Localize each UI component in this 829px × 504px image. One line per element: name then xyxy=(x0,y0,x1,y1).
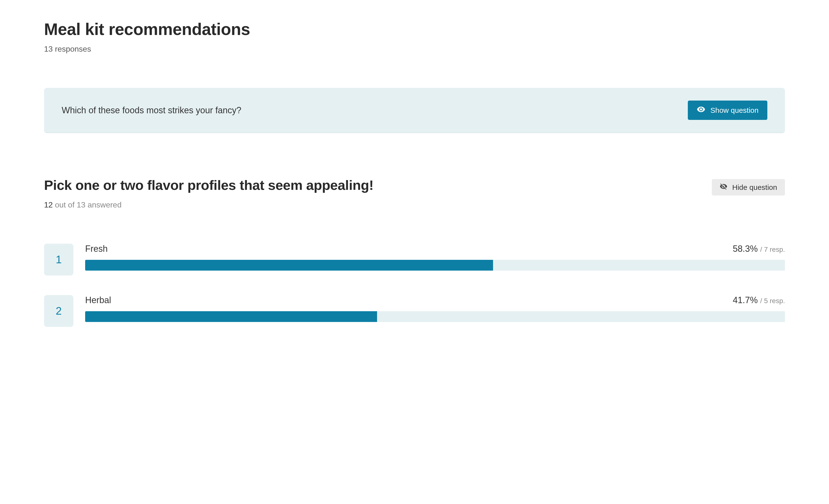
result-percent: 41.7% xyxy=(733,295,758,305)
question-header-row: Pick one or two flavor profiles that see… xyxy=(44,177,785,195)
hide-question-button[interactable]: Hide question xyxy=(712,179,785,195)
response-count: 13 responses xyxy=(44,44,785,53)
bar-fill xyxy=(85,311,377,322)
result-resp-count: / 7 resp. xyxy=(760,246,785,253)
result-content: Fresh 58.3% / 7 resp. xyxy=(85,244,785,271)
show-question-label: Show question xyxy=(710,106,759,114)
rank-badge: 1 xyxy=(44,244,73,276)
result-header: Fresh 58.3% / 7 resp. xyxy=(85,244,785,254)
results-list: 1 Fresh 58.3% / 7 resp. 2 Herbal 41.7% /… xyxy=(44,244,785,327)
rank-badge: 2 xyxy=(44,295,73,327)
bar-fill xyxy=(85,260,493,271)
bar-track xyxy=(85,260,785,271)
result-stats: 58.3% / 7 resp. xyxy=(733,244,785,254)
result-content: Herbal 41.7% / 5 resp. xyxy=(85,295,785,322)
result-resp-count: / 5 resp. xyxy=(760,297,785,305)
result-label: Fresh xyxy=(85,244,108,254)
result-row: 2 Herbal 41.7% / 5 resp. xyxy=(44,295,785,327)
eye-icon xyxy=(697,105,706,115)
show-question-button[interactable]: Show question xyxy=(688,101,767,120)
answered-summary: 12 out of 13 answered xyxy=(44,201,785,209)
result-header: Herbal 41.7% / 5 resp. xyxy=(85,295,785,305)
result-stats: 41.7% / 5 resp. xyxy=(733,295,785,305)
result-percent: 58.3% xyxy=(733,244,758,254)
hidden-question-card: Which of these foods most strikes your f… xyxy=(44,88,785,133)
question-title: Pick one or two flavor profiles that see… xyxy=(44,177,373,193)
eye-off-icon xyxy=(720,182,727,192)
answered-suffix: out of 13 answered xyxy=(53,201,121,209)
bar-track xyxy=(85,311,785,322)
hide-question-label: Hide question xyxy=(732,183,777,191)
result-label: Herbal xyxy=(85,295,111,305)
page-title: Meal kit recommendations xyxy=(44,20,785,39)
result-row: 1 Fresh 58.3% / 7 resp. xyxy=(44,244,785,276)
hidden-question-text: Which of these foods most strikes your f… xyxy=(62,105,241,115)
answered-count: 12 xyxy=(44,201,53,209)
